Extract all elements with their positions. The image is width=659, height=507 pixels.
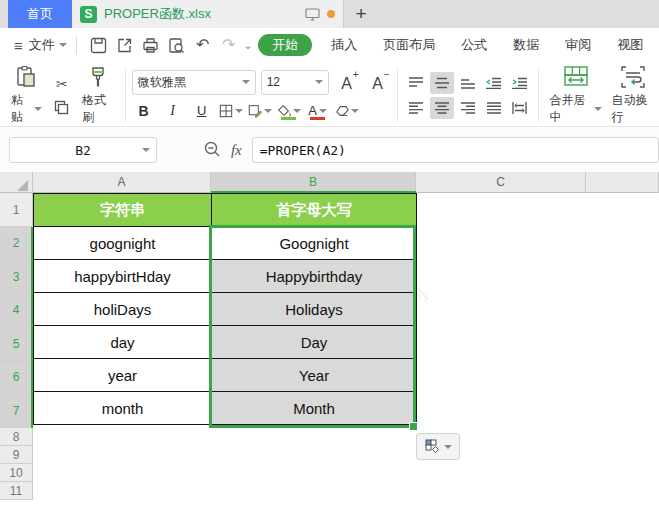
cell-a2[interactable]: goognight (34, 227, 212, 260)
row-header-2[interactable]: 2 (0, 227, 33, 260)
row-header-1[interactable]: 1 (0, 193, 33, 227)
quick-access-more-icon[interactable]: ⌄ (244, 40, 252, 51)
zoom-out-icon[interactable] (203, 140, 221, 161)
merge-center-button[interactable]: 合并居中 (544, 65, 606, 126)
row-header-7[interactable]: 7 (0, 394, 33, 428)
increase-font-size-button[interactable]: A + (334, 71, 360, 93)
ribbon-tab-page-layout[interactable]: 页面布局 (370, 28, 448, 62)
ribbon-tab-data[interactable]: 数据 (500, 28, 552, 62)
format-painter-button[interactable]: 格式刷 (77, 65, 119, 126)
row-header-9[interactable]: 9 (0, 446, 33, 464)
name-box[interactable]: B2 (9, 137, 157, 163)
fill-handle[interactable] (409, 422, 418, 431)
ribbon-tab-review[interactable]: 审阅 (552, 28, 604, 62)
align-left-button[interactable] (404, 97, 428, 119)
chevron-down-icon (142, 148, 150, 152)
row-header-3[interactable]: 3 (0, 260, 33, 294)
row-header-4[interactable]: 4 (0, 294, 33, 327)
cell-a1[interactable]: 字符串 (34, 194, 212, 227)
font-color-button[interactable]: A (306, 100, 330, 122)
decrease-indent-button[interactable] (482, 72, 506, 94)
cell-a5[interactable]: day (34, 326, 212, 359)
chevron-down-icon (351, 109, 359, 113)
borders-button[interactable] (219, 100, 243, 122)
cell-b6[interactable]: Year (212, 359, 417, 392)
align-top-button[interactable] (404, 72, 428, 94)
paste-options-button[interactable] (416, 433, 460, 460)
cell-b5[interactable]: Day (212, 326, 417, 359)
redo-button[interactable]: ↷ (216, 33, 242, 57)
font-size-select[interactable]: 12 (261, 70, 329, 95)
letter: A (341, 75, 352, 93)
chevron-down-icon (594, 107, 602, 111)
align-right-button[interactable] (456, 97, 480, 119)
paste-button[interactable]: 粘贴 (6, 65, 47, 126)
justify-button[interactable] (482, 97, 506, 119)
select-all-corner[interactable] (0, 172, 33, 193)
cell-a3[interactable]: happybirtHday (34, 260, 212, 293)
fill-color-button[interactable] (277, 100, 301, 122)
clear-format-button[interactable] (335, 100, 359, 122)
cell-b2-active[interactable]: Goognight (212, 227, 417, 260)
print-preview-button[interactable] (164, 33, 190, 57)
formula-text: =PROPER(A2) (260, 143, 346, 158)
cell-b3[interactable]: Happybirthday (212, 260, 417, 293)
cell-a7[interactable]: month (34, 392, 212, 425)
column-header-c[interactable]: C (416, 172, 586, 193)
cell-a6[interactable]: year (34, 359, 212, 392)
align-middle-button[interactable] (430, 72, 454, 94)
document-tab-title: PROPER函数.xlsx (104, 5, 211, 23)
row-header-5[interactable]: 5 (0, 327, 33, 361)
align-center-button[interactable] (430, 97, 454, 119)
ribbon-tab-view[interactable]: 视图 (604, 28, 656, 62)
decrease-font-size-button[interactable]: A − (365, 71, 391, 93)
cell-b7[interactable]: Month (212, 392, 417, 425)
wrap-text-button[interactable]: 自动换行 (607, 65, 659, 126)
print-button[interactable] (138, 33, 164, 57)
insert-function-button[interactable]: fx (231, 142, 242, 159)
new-tab-button[interactable]: + (344, 0, 378, 28)
save-button[interactable] (86, 33, 112, 57)
font-color-swatch (310, 117, 325, 120)
font-size-value: 12 (267, 75, 280, 89)
menu-bar: ≡ 文件 ↶ ↷ ⌄ 开始 插入 页面布局 公式 数据 审阅 视图 (0, 28, 659, 62)
row-header-6[interactable]: 6 (0, 361, 33, 394)
export-button[interactable] (112, 33, 138, 57)
italic-button[interactable]: I (161, 100, 185, 122)
home-tab[interactable]: 首页 (8, 0, 72, 28)
column-header-d[interactable] (586, 172, 659, 193)
draw-border-button[interactable] (248, 100, 272, 122)
underline-button[interactable]: U (190, 100, 214, 122)
ribbon-tab-insert[interactable]: 插入 (318, 28, 370, 62)
bold-button[interactable]: B (132, 100, 156, 122)
row-header-8[interactable]: 8 (0, 428, 33, 446)
chevron-down-icon (293, 109, 301, 113)
increase-indent-button[interactable] (508, 72, 532, 94)
cell-b1[interactable]: 首字母大写 (212, 194, 417, 227)
undo-button[interactable]: ↶ (190, 33, 216, 57)
minus-sign: − (384, 69, 390, 80)
ribbon-tab-formulas[interactable]: 公式 (448, 28, 500, 62)
hamburger-menu-icon[interactable]: ≡ (14, 37, 23, 54)
divider (76, 36, 77, 54)
column-header-a[interactable]: A (33, 172, 211, 193)
cell-b4[interactable]: Holidays (212, 293, 417, 326)
wps-spreadsheet-window: 首页 S PROPER函数.xlsx + ≡ 文件 (0, 0, 659, 507)
plus-sign: + (353, 69, 359, 80)
row-header-10[interactable]: 10 (0, 464, 33, 482)
font-name-select[interactable]: 微软雅黑 (132, 70, 256, 95)
sheet-grid: 软件自学网 A B C 1 2 3 4 5 6 7 8 9 10 11 字符串 … (0, 172, 659, 507)
cut-button[interactable]: ✂ (51, 75, 73, 93)
ribbon-tab-home-active[interactable]: 开始 (258, 34, 312, 56)
copy-button[interactable] (51, 99, 73, 117)
formula-input[interactable]: =PROPER(A2) (252, 137, 659, 163)
present-monitor-icon[interactable] (305, 8, 320, 21)
paste-label: 粘贴 (11, 92, 31, 126)
row-header-11[interactable]: 11 (0, 482, 33, 500)
file-menu-button[interactable]: 文件 (29, 36, 67, 54)
document-tab[interactable]: S PROPER函数.xlsx (72, 0, 344, 28)
format-painter-label: 格式刷 (82, 92, 114, 126)
align-bottom-button[interactable] (456, 72, 480, 94)
cell-a4[interactable]: holiDays (34, 293, 212, 326)
distribute-text-button[interactable] (508, 97, 532, 119)
